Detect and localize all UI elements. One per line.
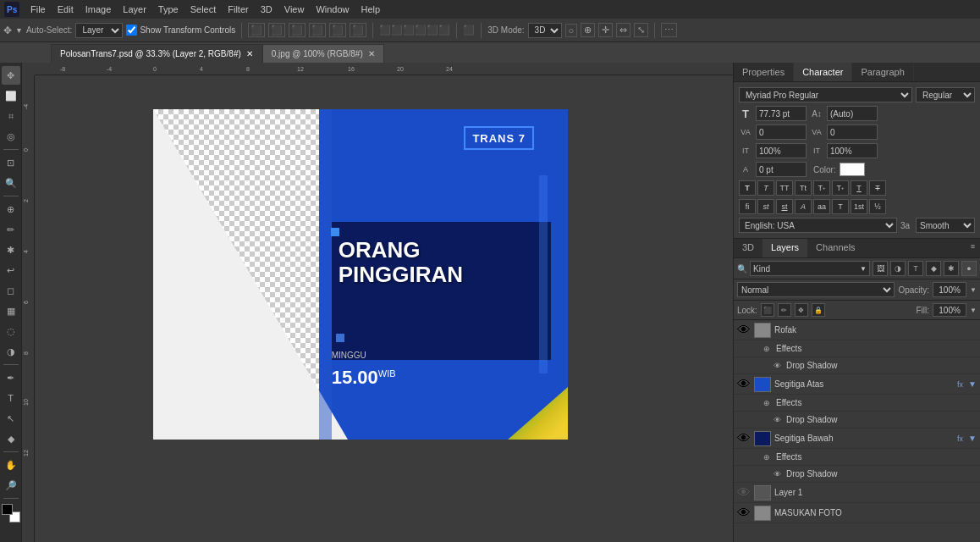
ot-fraction-btn[interactable]: ½ — [869, 199, 886, 214]
baseline-input[interactable] — [756, 162, 807, 177]
menu-select[interactable]: Select — [185, 3, 222, 16]
eraser-tool[interactable]: ◻ — [2, 281, 20, 300]
gradient-tool[interactable]: ▦ — [2, 301, 20, 320]
align-bottom-icon[interactable]: ⬛ — [350, 23, 366, 37]
ot-ordinal-btn[interactable]: 1st — [851, 199, 867, 214]
quick-select-tool[interactable]: ◎ — [2, 127, 20, 146]
fill-input[interactable] — [933, 303, 966, 317]
layer-vis-rofak[interactable]: 👁 — [737, 324, 751, 337]
align-top-icon[interactable]: ⬛ — [309, 23, 326, 37]
options-segbawah[interactable]: ▼ — [968, 434, 977, 443]
strikethrough-btn[interactable]: T — [869, 180, 886, 196]
lock-image-btn[interactable]: ✏ — [778, 303, 791, 317]
font-size-input[interactable] — [756, 106, 807, 121]
options-segatas[interactable]: ▼ — [968, 379, 977, 389]
fx-segatas[interactable]: fx — [957, 380, 963, 389]
tab-close-btn[interactable]: ✕ — [368, 49, 375, 58]
lasso-tool[interactable]: ⌗ — [2, 107, 20, 125]
dodge-tool[interactable]: ◑ — [2, 342, 20, 361]
font-family-select[interactable]: Myriad Pro Regular — [739, 87, 912, 102]
menu-help[interactable]: Help — [356, 3, 386, 16]
pen-tool[interactable]: ✒ — [2, 368, 20, 387]
lock-transparent-btn[interactable]: ⬛ — [761, 303, 774, 317]
ot-contextual-btn[interactable]: T — [832, 199, 849, 214]
ot-old-style-btn[interactable]: st — [757, 199, 774, 214]
ot-titling-btn[interactable]: aa — [813, 199, 830, 214]
hand-tool[interactable]: ✋ — [2, 456, 20, 474]
scale-h-input[interactable] — [756, 143, 807, 158]
layer-segitiga-bawah[interactable]: 👁 Segitiga Bawah fx ▼ — [734, 429, 980, 449]
opacity-input[interactable] — [933, 282, 966, 297]
tab-polosan[interactable]: PolosanTrans7.psd @ 33.3% (Layer 2, RGB/… — [51, 44, 262, 63]
eyedropper-tool[interactable]: 🔍 — [2, 174, 20, 192]
align-right-icon[interactable]: ⬛ — [289, 23, 306, 37]
brush-tool[interactable]: ✏ — [2, 220, 20, 239]
3d-orbit-icon[interactable]: ○ — [565, 24, 578, 37]
history-tool[interactable]: ↩ — [2, 261, 20, 279]
ot-ligature-btn[interactable]: fi — [739, 199, 756, 214]
auto-select-dropdown[interactable]: Layer Group — [75, 23, 123, 38]
layers-filter-shape[interactable]: ◆ — [926, 261, 941, 276]
layers-kind-select[interactable]: Kind ▼ — [750, 261, 870, 276]
shape-tool[interactable]: ◆ — [2, 429, 20, 448]
menu-filter[interactable]: Filter — [223, 3, 253, 16]
layer-effects-segbawah[interactable]: ⊕ Effects — [734, 449, 980, 466]
transform-icon[interactable]: ⬛ — [463, 25, 475, 36]
layer-dropshadow-segbawah[interactable]: 👁 Drop Shadow — [734, 466, 980, 483]
layer-masukan-foto[interactable]: 👁 MASUKAN FOTO — [734, 503, 980, 523]
menu-edit[interactable]: Edit — [52, 3, 79, 16]
subscript-btn[interactable]: T+ — [832, 180, 849, 196]
3d-scale-icon[interactable]: ⤡ — [634, 23, 648, 37]
show-transform-label[interactable]: Show Transform Controls — [126, 25, 235, 36]
menu-layer[interactable]: Layer — [118, 3, 151, 16]
layer-vis-segatas[interactable]: 👁 — [737, 378, 751, 391]
dropshadow-vis-segbawah[interactable]: 👁 — [771, 468, 783, 480]
layer-effects-rofak[interactable]: ⊕ Effects — [734, 340, 980, 357]
fx-segbawah[interactable]: fx — [957, 434, 963, 443]
menu-image[interactable]: Image — [80, 3, 117, 16]
faux-bold-btn[interactable]: T — [739, 180, 756, 196]
aa-select[interactable]: Smooth None Sharp Crisp Strong — [916, 218, 975, 233]
kerning-input[interactable] — [756, 124, 807, 140]
tab-0jpg[interactable]: 0.jpg @ 100% (RGB/8#) ✕ — [262, 44, 384, 63]
collapse-btn[interactable]: ≡ — [966, 239, 980, 257]
fill-arrow[interactable]: ▼ — [970, 307, 977, 314]
ot-stylistic-btn[interactable]: st — [776, 199, 793, 214]
menu-type[interactable]: Type — [153, 3, 184, 16]
healing-tool[interactable]: ⊕ — [2, 200, 20, 218]
menu-file[interactable]: File — [25, 3, 51, 16]
layer-vis-segbawah[interactable]: 👁 — [737, 432, 751, 445]
align-left-icon[interactable]: ⬛ — [248, 23, 265, 37]
crop-tool[interactable]: ⊡ — [2, 153, 20, 172]
3d-pan-icon[interactable]: ✛ — [598, 23, 613, 37]
3d-slide-icon[interactable]: ⇔ — [616, 23, 630, 37]
type-tool[interactable]: T — [2, 389, 20, 407]
layer-rofak[interactable]: 👁 Rofak — [734, 320, 980, 340]
layer-1[interactable]: 👁 Layer 1 — [734, 483, 980, 503]
dropshadow-vis-segatas[interactable]: 👁 — [771, 414, 783, 426]
blend-mode-select[interactable]: Normal Multiply Screen — [737, 282, 895, 297]
tab-3d[interactable]: 3D — [734, 239, 763, 257]
tab-properties[interactable]: Properties — [734, 63, 794, 81]
dropshadow-vis-rofak[interactable]: 👁 — [771, 360, 783, 372]
tab-channels[interactable]: Channels — [807, 239, 863, 257]
tab-character[interactable]: Character — [794, 63, 852, 81]
align-middle-icon[interactable]: ⬛ — [329, 23, 346, 37]
blur-tool[interactable]: ◌ — [2, 322, 20, 340]
color-swatch[interactable] — [840, 163, 865, 176]
layers-filter-toggle[interactable]: ● — [961, 261, 977, 276]
all-caps-btn[interactable]: TT — [776, 180, 793, 196]
tracking-input[interactable] — [827, 124, 878, 140]
color-swatches[interactable] — [2, 504, 20, 523]
3d-roll-icon[interactable]: ⊕ — [581, 23, 595, 37]
menu-view[interactable]: View — [279, 3, 310, 16]
layer-effects-segatas[interactable]: ⊕ Effects — [734, 395, 980, 412]
path-tool[interactable]: ↖ — [2, 409, 20, 428]
clone-tool[interactable]: ✱ — [2, 241, 20, 259]
language-select[interactable]: English: USA — [739, 218, 897, 233]
layer-vis-masukan[interactable]: 👁 — [737, 506, 751, 520]
ot-swash-btn[interactable]: A — [795, 199, 812, 214]
3d-mode-select[interactable]: 3D — [528, 23, 562, 38]
scale-v-input[interactable] — [827, 143, 878, 158]
canvas-area[interactable]: -8 -4 0 4 8 12 16 20 24 -4 0 2 4 6 8 10 … — [22, 63, 733, 542]
